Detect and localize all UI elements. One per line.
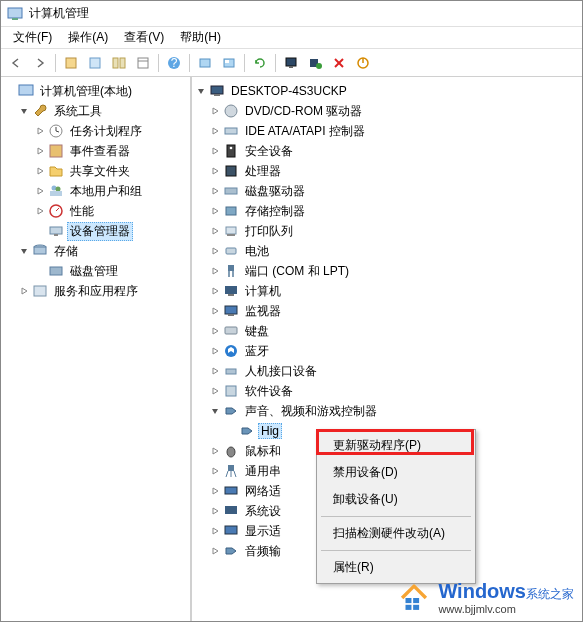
device-category[interactable]: 蓝牙 [192,341,582,361]
nav-back-button[interactable] [5,52,27,74]
expander-icon[interactable] [208,524,222,538]
view-button-3[interactable] [108,52,130,74]
cm-scan-changes[interactable]: 扫描检测硬件改动(A) [319,520,473,547]
mmc-tree: 计算机管理(本地) 系统工具 任务计划程序 事件查看器 共享文件夹 [1,81,190,301]
collapse-icon[interactable] [194,84,208,98]
view-button-1[interactable] [60,52,82,74]
device-category[interactable]: 安全设备 [192,141,582,161]
action-button-2[interactable] [218,52,240,74]
expander-icon[interactable] [208,364,222,378]
device-category[interactable]: 端口 (COM 和 LPT) [192,261,582,281]
tree-node-device-manager[interactable]: 设备管理器 [1,221,190,241]
tree-node-event-viewer[interactable]: 事件查看器 [1,141,190,161]
device-category[interactable]: 存储控制器 [192,201,582,221]
collapse-icon[interactable] [17,104,31,118]
tree-node-disk-mgmt[interactable]: 磁盘管理 [1,261,190,281]
expand-icon[interactable] [33,144,47,158]
expander-icon[interactable] [208,484,222,498]
expander-icon[interactable] [208,164,222,178]
tree-label: 计算机 [242,282,284,301]
expander-icon[interactable] [208,384,222,398]
tree-node-local-users[interactable]: 本地用户和组 [1,181,190,201]
device-category[interactable]: 打印队列 [192,221,582,241]
device-category[interactable]: 监视器 [192,301,582,321]
expander-icon[interactable] [208,284,222,298]
expander-icon[interactable] [208,464,222,478]
collapse-icon[interactable] [17,244,31,258]
expander-icon[interactable] [208,124,222,138]
expander-icon[interactable] [208,264,222,278]
tree-label: 通用串 [242,462,284,481]
refresh-button[interactable] [249,52,271,74]
expander-icon[interactable] [208,344,222,358]
svg-rect-57 [225,487,237,494]
cm-properties[interactable]: 属性(R) [319,554,473,581]
tree-node-system-tools[interactable]: 系统工具 [1,101,190,121]
expander-icon[interactable] [208,104,222,118]
expander-icon[interactable] [208,324,222,338]
tree-node-performance[interactable]: 性能 [1,201,190,221]
event-icon [48,143,64,159]
expand-icon[interactable] [33,164,47,178]
expander-icon[interactable] [208,244,222,258]
cm-disable-device[interactable]: 禁用设备(D) [319,459,473,486]
cm-uninstall-device[interactable]: 卸载设备(U) [319,486,473,513]
separator [55,54,56,72]
device-category[interactable]: 软件设备 [192,381,582,401]
expander-icon[interactable] [208,504,222,518]
help-button[interactable]: ? [163,52,185,74]
expand-icon[interactable] [33,124,47,138]
tree-node-shared-folders[interactable]: 共享文件夹 [1,161,190,181]
device-category[interactable]: 键盘 [192,321,582,341]
menu-file[interactable]: 文件(F) [5,27,60,48]
folder-share-icon [48,163,64,179]
svg-rect-0 [8,8,22,18]
remove-button[interactable] [328,52,350,74]
device-root[interactable]: DESKTOP-4S3UCKP [192,81,582,101]
expander-icon[interactable] [3,84,17,98]
tree-root[interactable]: 计算机管理(本地) [1,81,190,101]
device-category[interactable]: 人机接口设备 [192,361,582,381]
device-category[interactable]: 电池 [192,241,582,261]
tree-label: 磁盘驱动器 [242,182,308,201]
tree-node-task-scheduler[interactable]: 任务计划程序 [1,121,190,141]
watermark-text: Windows系统之家 [438,580,574,603]
expander-icon[interactable] [208,204,222,218]
tree-node-storage[interactable]: 存储 [1,241,190,261]
view-button-2[interactable] [84,52,106,74]
svg-rect-47 [225,286,237,294]
tree-label: 打印队列 [242,222,296,241]
device-manager-icon [48,223,64,239]
tree-label: 存储控制器 [242,202,308,221]
expand-icon[interactable] [33,184,47,198]
expand-icon[interactable] [17,284,31,298]
monitor-button[interactable] [280,52,302,74]
view-button-4[interactable] [132,52,154,74]
category-icon [223,263,239,279]
expand-icon[interactable] [33,204,47,218]
expander-icon[interactable] [208,444,222,458]
device-category[interactable]: IDE ATA/ATAPI 控制器 [192,121,582,141]
expander-icon[interactable] [208,304,222,318]
expander-icon[interactable] [208,144,222,158]
nav-forward-button[interactable] [29,52,51,74]
menu-bar: 文件(F) 操作(A) 查看(V) 帮助(H) [1,27,582,49]
device-category[interactable]: 声音、视频和游戏控制器 [192,401,582,421]
tree-node-services-apps[interactable]: 服务和应用程序 [1,281,190,301]
expander-icon[interactable] [208,224,222,238]
menu-view[interactable]: 查看(V) [116,27,172,48]
expander-icon[interactable] [208,184,222,198]
device-category[interactable]: 处理器 [192,161,582,181]
menu-help[interactable]: 帮助(H) [172,27,229,48]
menu-action[interactable]: 操作(A) [60,27,116,48]
enable-button[interactable] [352,52,374,74]
cm-update-driver[interactable]: 更新驱动程序(P) [319,432,473,459]
tree-label: 安全设备 [242,142,296,161]
expander-icon[interactable] [208,404,222,418]
device-category[interactable]: 磁盘驱动器 [192,181,582,201]
scan-hardware-button[interactable] [304,52,326,74]
action-button-1[interactable] [194,52,216,74]
expander-icon[interactable] [208,544,222,558]
device-category[interactable]: DVD/CD-ROM 驱动器 [192,101,582,121]
device-category[interactable]: 计算机 [192,281,582,301]
